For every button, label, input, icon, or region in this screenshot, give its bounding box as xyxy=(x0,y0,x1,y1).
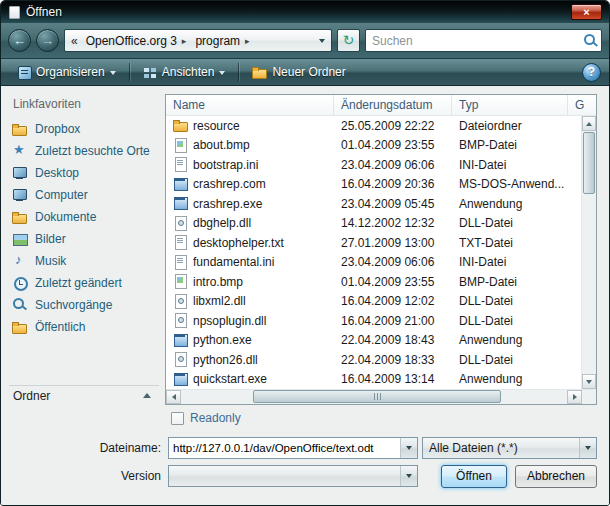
sidebar-item-zuletzt-ge-ndert[interactable]: Zuletzt geändert xyxy=(9,272,159,294)
file-row[interactable]: libxml2.dll16.04.2009 12:02DLL-Datei xyxy=(166,292,581,312)
search-box[interactable] xyxy=(365,29,602,52)
file-row[interactable]: intro.bmp01.04.2009 23:55BMP-Datei xyxy=(166,272,581,292)
chevron-down-icon xyxy=(110,71,116,75)
filetype-dropdown-button[interactable] xyxy=(579,438,596,458)
breadcrumb-label[interactable]: OpenOffice.org 3 xyxy=(86,34,177,48)
version-combo[interactable] xyxy=(168,465,418,487)
file-row[interactable]: crashrep.exe23.04.2009 05:45Anwendung xyxy=(166,194,581,214)
desktop-icon xyxy=(12,165,28,181)
file-row[interactable]: crashrep.com16.04.2009 20:36MS-DOS-Anwen… xyxy=(166,175,581,195)
file-name-cell: desktophelper.txt xyxy=(166,235,334,250)
folder-icon xyxy=(12,319,28,335)
sidebar-item-ffentlich[interactable]: Öffentlich xyxy=(9,316,159,338)
sidebar-item-label: Suchvorgänge xyxy=(35,298,112,312)
refresh-button[interactable]: ↻ xyxy=(337,29,360,52)
sidebar-item-desktop[interactable]: Desktop xyxy=(9,162,159,184)
vertical-scroll-thumb[interactable] xyxy=(583,132,595,194)
help-button[interactable]: ? xyxy=(582,63,601,82)
sidebar-item-dokumente[interactable]: Dokumente xyxy=(9,206,159,228)
navigation-bar: ← → « OpenOffice.org 3 ▸ program ▸ ↻ xyxy=(1,23,609,59)
cancel-button[interactable]: Abbrechen xyxy=(515,465,597,488)
horizontal-scroll-track[interactable] xyxy=(181,390,567,404)
sidebar-item-computer[interactable]: Computer xyxy=(9,184,159,206)
bmp-icon xyxy=(173,274,188,289)
horizontal-scrollbar[interactable] xyxy=(166,389,596,404)
breadcrumb-item-openoffice[interactable]: OpenOffice.org 3 ▸ xyxy=(84,30,194,51)
app-icon xyxy=(173,196,188,211)
breadcrumb-item-program[interactable]: program ▸ xyxy=(193,30,256,51)
address-dropdown-button[interactable] xyxy=(313,30,331,51)
dll-icon xyxy=(173,294,188,309)
readonly-label: Readonly xyxy=(190,411,241,425)
close-button[interactable]: × xyxy=(571,4,602,20)
file-row[interactable]: bootstrap.ini23.04.2009 06:06INI-Datei xyxy=(166,155,581,175)
file-date: 23.04.2009 06:06 xyxy=(334,158,452,172)
vertical-scroll-track[interactable] xyxy=(582,195,596,374)
file-row[interactable]: python.exe22.04.2009 18:43Anwendung xyxy=(166,331,581,351)
forward-button[interactable]: → xyxy=(36,29,59,52)
triangle-left-icon xyxy=(172,394,176,400)
scroll-down-button[interactable] xyxy=(582,374,596,389)
new-folder-icon xyxy=(252,65,267,79)
filename-dropdown-button[interactable] xyxy=(400,438,417,458)
file-row[interactable]: quickstart.exe16.04.2009 13:14Anwendung xyxy=(166,370,581,390)
folders-bar[interactable]: Ordner xyxy=(9,385,159,405)
file-date: 16.04.2009 20:36 xyxy=(334,177,452,191)
sidebar-item-dropbox[interactable]: Dropbox xyxy=(9,118,159,140)
chevron-right-icon[interactable]: ▸ xyxy=(177,36,192,46)
column-header-g[interactable]: G xyxy=(568,95,596,115)
filetype-value: Alle Dateien (*.*) xyxy=(423,441,579,455)
dll-icon xyxy=(173,352,188,367)
column-header-name[interactable]: Name xyxy=(166,95,334,115)
search-input[interactable] xyxy=(372,34,583,48)
app-icon xyxy=(173,333,188,348)
sidebar-item-label: Zuletzt geändert xyxy=(35,276,122,290)
horizontal-scroll-thumb[interactable] xyxy=(253,390,501,403)
views-label: Ansichten xyxy=(162,65,215,79)
search-icon[interactable] xyxy=(583,33,598,48)
breadcrumb-overflow-chevrons[interactable]: « xyxy=(65,34,84,48)
scroll-left-button[interactable] xyxy=(166,390,181,404)
file-row[interactable]: fundamental.ini23.04.2009 06:06INI-Datei xyxy=(166,253,581,273)
open-button[interactable]: Öffnen xyxy=(441,465,507,488)
scroll-right-button[interactable] xyxy=(567,390,582,404)
sidebar-item-suchvorg-nge[interactable]: Suchvorgänge xyxy=(9,294,159,316)
file-row[interactable]: resource25.05.2009 22:22Dateiordner xyxy=(166,116,581,136)
sidebar-item-zuletzt-besuchte-orte[interactable]: Zuletzt besuchte Orte xyxy=(9,140,159,162)
folder-icon xyxy=(173,118,188,133)
back-button[interactable]: ← xyxy=(8,29,31,52)
computer-icon xyxy=(12,187,28,203)
triangle-down-icon xyxy=(586,380,592,384)
filename-input[interactable] xyxy=(169,438,400,458)
file-name: bootstrap.ini xyxy=(193,158,258,172)
scroll-up-button[interactable] xyxy=(582,116,596,131)
file-row[interactable]: python26.dll22.04.2009 18:33DLL-Datei xyxy=(166,350,581,370)
sidebar-item-label: Desktop xyxy=(35,166,79,180)
file-row[interactable]: desktophelper.txt27.01.2009 13:00TXT-Dat… xyxy=(166,233,581,253)
dll-icon xyxy=(173,313,188,328)
column-header-nderungsdatum[interactable]: Änderungsdatum xyxy=(334,95,452,115)
new-folder-button[interactable]: Neuer Ordner xyxy=(244,62,353,82)
file-row[interactable]: npsoplugin.dll16.04.2009 21:00DLL-Datei xyxy=(166,311,581,331)
file-date: 16.04.2009 13:14 xyxy=(334,372,452,386)
file-type: Dateiordner xyxy=(452,119,581,133)
file-row[interactable]: dbghelp.dll14.12.2002 12:32DLL-Datei xyxy=(166,214,581,234)
list-header: NameÄnderungsdatumTypG xyxy=(166,95,596,116)
chevron-up-icon[interactable] xyxy=(143,393,151,398)
views-button[interactable]: Ansichten xyxy=(135,62,234,82)
version-dropdown-button[interactable] xyxy=(400,466,417,486)
readonly-checkbox[interactable] xyxy=(171,412,184,425)
vertical-scrollbar[interactable] xyxy=(581,116,596,389)
breadcrumb-label[interactable]: program xyxy=(195,34,240,48)
chevron-right-icon[interactable]: ▸ xyxy=(240,36,255,46)
breadcrumb[interactable]: « OpenOffice.org 3 ▸ program ▸ xyxy=(64,29,332,52)
file-row[interactable]: about.bmp01.04.2009 23:55BMP-Datei xyxy=(166,136,581,156)
organize-button[interactable]: Organisieren xyxy=(9,62,124,82)
column-header-typ[interactable]: Typ xyxy=(452,95,568,115)
filename-combo[interactable] xyxy=(168,437,418,459)
sidebar-item-bilder[interactable]: Bilder xyxy=(9,228,159,250)
filetype-combo[interactable]: Alle Dateien (*.*) xyxy=(422,437,597,459)
bottom-row: Version Öffnen Abbrechen xyxy=(1,465,597,488)
file-name-cell: npsoplugin.dll xyxy=(166,313,334,328)
sidebar-item-musik[interactable]: Musik xyxy=(9,250,159,272)
